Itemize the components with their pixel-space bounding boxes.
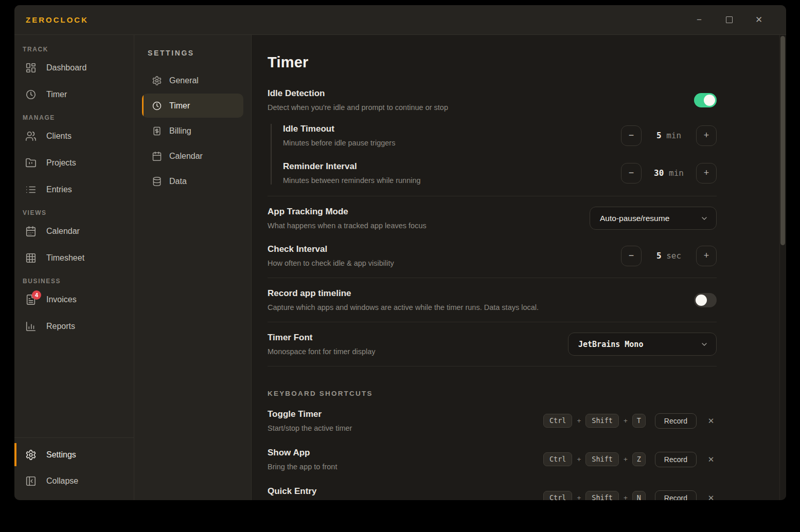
setting-title: Reminder Interval bbox=[283, 161, 421, 172]
app-tracking-mode-select[interactable]: Auto-pause/resume bbox=[590, 207, 717, 230]
panel-left-icon bbox=[25, 475, 37, 487]
remove-shortcut-button[interactable]: ✕ bbox=[705, 454, 717, 465]
setting-desc: Minutes between reminders while running bbox=[283, 176, 421, 185]
check-interval-row: Check Interval How often to check idle &… bbox=[268, 244, 717, 267]
increment-button[interactable]: + bbox=[696, 125, 717, 146]
clock-icon bbox=[152, 101, 162, 111]
minimize-button[interactable]: − bbox=[692, 13, 706, 27]
sidebar-item-timesheet[interactable]: Timesheet bbox=[19, 246, 130, 270]
shortcut-quick-entry: Quick Entry Open quick entry dialog from… bbox=[268, 479, 717, 500]
sidebar-item-dashboard[interactable]: Dashboard bbox=[19, 56, 130, 80]
close-button[interactable]: ✕ bbox=[752, 13, 766, 27]
titlebar: ZEROCLOCK − ✕ bbox=[14, 5, 786, 35]
nav-section-business: BUSINESS bbox=[23, 278, 126, 285]
setting-title: Record app timeline bbox=[268, 288, 539, 299]
sidebar-item-calendar[interactable]: Calendar bbox=[19, 219, 130, 243]
sidebar-item-settings[interactable]: Settings bbox=[14, 443, 134, 467]
sidebar-item-reports[interactable]: Reports bbox=[19, 314, 130, 338]
sidebar-item-projects[interactable]: Projects bbox=[19, 151, 130, 175]
app-logo: ZEROCLOCK bbox=[26, 15, 88, 24]
database-icon bbox=[152, 176, 162, 187]
nav-section-track: TRACK bbox=[23, 46, 126, 53]
remove-shortcut-button[interactable]: ✕ bbox=[705, 415, 717, 427]
timer-font-section: Timer Font Monospace font for timer disp… bbox=[268, 322, 717, 366]
calendar-icon bbox=[25, 226, 37, 237]
keycap: Shift bbox=[585, 414, 619, 428]
keycap: Ctrl bbox=[543, 452, 573, 467]
record-shortcut-button[interactable]: Record bbox=[655, 490, 697, 501]
setting-desc: Monospace font for timer display bbox=[268, 347, 376, 356]
timer-font-select[interactable]: JetBrains Mono bbox=[568, 333, 717, 356]
toggle-knob bbox=[704, 95, 715, 106]
settings-tab-label: General bbox=[169, 76, 199, 85]
sidebar-item-collapse[interactable]: Collapse bbox=[14, 469, 134, 493]
settings-tab-label: Timer bbox=[169, 101, 190, 111]
selected-option: JetBrains Mono bbox=[578, 340, 643, 349]
record-timeline-toggle[interactable] bbox=[694, 293, 717, 307]
clock-icon bbox=[25, 89, 37, 100]
app-tracking-section: App Tracking Mode What happens when a tr… bbox=[268, 196, 717, 278]
maximize-button[interactable] bbox=[722, 13, 736, 27]
settings-tab-label: Calendar bbox=[169, 152, 203, 161]
scrollbar-thumb[interactable] bbox=[780, 36, 785, 245]
idle-detection-toggle[interactable] bbox=[694, 93, 717, 107]
decrement-button[interactable]: − bbox=[621, 246, 642, 266]
decrement-button[interactable]: − bbox=[621, 125, 642, 146]
sidebar-item-clients[interactable]: Clients bbox=[19, 124, 130, 148]
sidebar-item-label: Calendar bbox=[46, 227, 80, 236]
value-number: 30 bbox=[654, 168, 664, 178]
sidebar-item-label: Invoices bbox=[46, 295, 77, 304]
shortcut-desc: Start/stop the active timer bbox=[268, 424, 352, 432]
increment-button[interactable]: + bbox=[696, 246, 717, 266]
increment-button[interactable]: + bbox=[696, 163, 717, 184]
keycap: Shift bbox=[585, 452, 619, 467]
settings-tab-data[interactable]: Data bbox=[142, 169, 243, 193]
plus-separator: + bbox=[577, 494, 581, 500]
shortcut-title: Show App bbox=[268, 448, 337, 458]
settings-tab-general[interactable]: General bbox=[142, 68, 243, 93]
settings-tab-billing[interactable]: Billing bbox=[142, 119, 243, 143]
reminder-interval-row: Reminder Interval Minutes between remind… bbox=[283, 161, 717, 185]
remove-shortcut-button[interactable]: ✕ bbox=[705, 492, 717, 501]
stepper-value: 5 min bbox=[642, 131, 696, 140]
sidebar-item-entries[interactable]: Entries bbox=[19, 177, 130, 201]
keyboard-shortcuts-section: KEYBOARD SHORTCUTS Toggle Timer Start/st… bbox=[268, 366, 717, 500]
setting-desc: Capture which apps and windows are activ… bbox=[268, 303, 539, 311]
plus-separator: + bbox=[577, 417, 581, 425]
sidebar-item-label: Dashboard bbox=[46, 63, 86, 72]
reminder-interval-stepper: − 30 min + bbox=[621, 163, 717, 184]
setting-title: Timer Font bbox=[268, 333, 376, 343]
selected-option: Auto-pause/resume bbox=[600, 214, 669, 223]
record-shortcut-button[interactable]: Record bbox=[655, 452, 697, 467]
decrement-button[interactable]: − bbox=[621, 163, 642, 184]
plus-icon: + bbox=[704, 130, 709, 141]
app-window: ZEROCLOCK − ✕ TRACK Dashboard bbox=[14, 5, 786, 500]
sidebar-item-label: Settings bbox=[46, 450, 76, 460]
setting-desc: What happens when a tracked app leaves f… bbox=[268, 222, 426, 230]
window-controls: − ✕ bbox=[692, 13, 766, 27]
gear-icon bbox=[25, 449, 37, 461]
users-icon bbox=[25, 131, 37, 142]
gear-icon bbox=[152, 76, 162, 86]
keycap: N bbox=[632, 491, 646, 500]
setting-desc: Minutes before idle pause triggers bbox=[283, 139, 395, 147]
idle-sub-settings: Idle Timeout Minutes before idle pause t… bbox=[271, 124, 717, 185]
setting-desc: Detect when you're idle and prompt to co… bbox=[268, 103, 448, 112]
setting-desc: How often to check idle & app visibility bbox=[268, 259, 394, 267]
settings-nav: SETTINGS General Timer Billing bbox=[134, 35, 252, 500]
plus-separator: + bbox=[577, 455, 581, 463]
sidebar-bottom: Settings Collapse bbox=[14, 437, 134, 500]
nav-section-manage: MANAGE bbox=[23, 114, 126, 121]
shortcut-title: Quick Entry bbox=[268, 486, 397, 497]
record-shortcut-button[interactable]: Record bbox=[655, 413, 697, 429]
settings-tab-calendar[interactable]: Calendar bbox=[142, 144, 243, 168]
sidebar-item-timer[interactable]: Timer bbox=[19, 82, 130, 106]
plus-icon: + bbox=[704, 250, 709, 261]
idle-timeout-row: Idle Timeout Minutes before idle pause t… bbox=[283, 124, 717, 147]
sidebar-item-invoices[interactable]: 4 Invoices bbox=[19, 287, 130, 311]
shortcut-title: Toggle Timer bbox=[268, 409, 352, 419]
plus-separator: + bbox=[624, 455, 628, 463]
check-interval-stepper: − 5 sec + bbox=[621, 246, 717, 266]
settings-tab-timer[interactable]: Timer bbox=[142, 94, 243, 118]
chevron-down-icon bbox=[700, 340, 708, 348]
